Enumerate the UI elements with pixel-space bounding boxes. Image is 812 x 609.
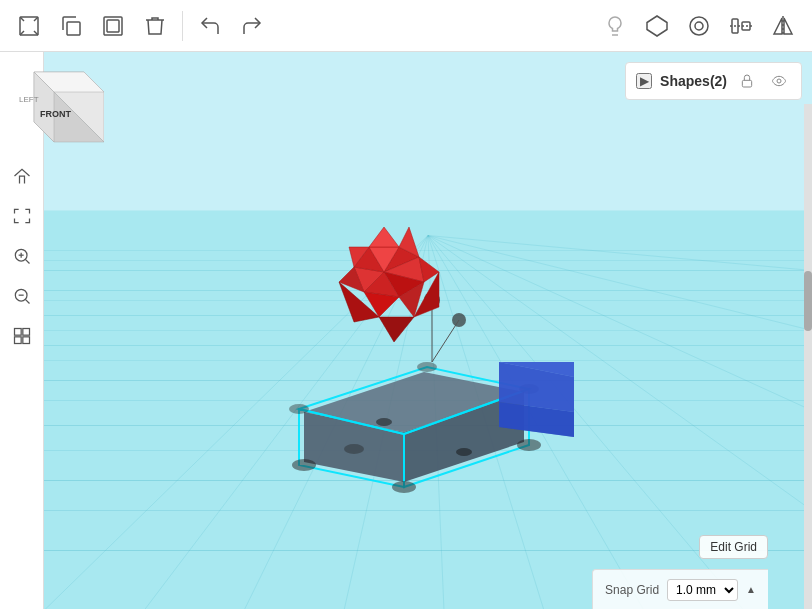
- svg-rect-27: [22, 337, 29, 344]
- svg-marker-14: [774, 18, 782, 34]
- svg-point-9: [690, 17, 708, 35]
- svg-marker-8: [647, 16, 667, 36]
- svg-point-10: [695, 22, 703, 30]
- left-sidebar: [0, 52, 44, 609]
- delete-button[interactable]: [136, 7, 174, 45]
- edit-grid-button[interactable]: Edit Grid: [699, 535, 768, 559]
- arrow-right-icon: ▶: [640, 74, 649, 88]
- new-shape-button[interactable]: [10, 7, 48, 45]
- svg-point-108: [777, 79, 781, 83]
- svg-rect-26: [14, 337, 21, 344]
- home-view-button[interactable]: [6, 160, 38, 192]
- divider-1: [182, 11, 183, 41]
- svg-rect-5: [67, 22, 80, 35]
- shapes-panel-toggle[interactable]: ▶: [636, 73, 652, 89]
- undo-button[interactable]: [191, 7, 229, 45]
- svg-point-99: [344, 444, 364, 454]
- fit-all-button[interactable]: [6, 200, 38, 232]
- svg-point-95: [517, 439, 541, 451]
- shapes-panel: ▶ Shapes(2): [625, 62, 802, 100]
- snap-grid-select[interactable]: 1.0 mm: [667, 579, 738, 601]
- redo-button[interactable]: [233, 7, 271, 45]
- svg-point-106: [456, 448, 472, 456]
- svg-rect-107: [742, 80, 751, 87]
- svg-line-69: [432, 320, 459, 362]
- svg-rect-7: [107, 20, 119, 32]
- chevron-up-icon: ▲: [746, 584, 756, 595]
- svg-marker-91: [379, 317, 414, 342]
- snap-grid-label: Snap Grid: [605, 583, 659, 597]
- align-button[interactable]: [722, 7, 760, 45]
- view-options-button[interactable]: [6, 320, 38, 352]
- mirror-button[interactable]: [764, 7, 802, 45]
- bottom-bar: Snap Grid 1.0 mm ▲: [592, 569, 768, 609]
- svg-point-94: [392, 481, 416, 493]
- svg-point-96: [417, 362, 437, 372]
- adjust-button[interactable]: [680, 7, 718, 45]
- select-shape-button[interactable]: [638, 7, 676, 45]
- svg-line-20: [25, 259, 29, 263]
- svg-point-93: [292, 459, 316, 471]
- grid-background: [44, 52, 812, 609]
- zoom-out-button[interactable]: [6, 280, 38, 312]
- shapes-panel-title: Shapes(2): [660, 73, 727, 89]
- top-toolbar: [0, 0, 812, 52]
- copy-button[interactable]: [94, 7, 132, 45]
- visibility-button[interactable]: [767, 69, 791, 93]
- light-button[interactable]: [596, 7, 634, 45]
- scene-objects: [44, 52, 812, 609]
- svg-line-23: [25, 299, 29, 303]
- right-scrollbar[interactable]: [804, 104, 812, 609]
- viewport[interactable]: ▶ Shapes(2) Edit Grid Snap Grid 1.0 mm ▲: [44, 52, 812, 609]
- svg-marker-15: [784, 18, 792, 34]
- lock-button[interactable]: [735, 69, 759, 93]
- duplicate-button[interactable]: [52, 7, 90, 45]
- svg-marker-89: [369, 227, 399, 247]
- svg-marker-104: [499, 362, 574, 437]
- svg-rect-25: [22, 329, 29, 336]
- zoom-in-button[interactable]: [6, 240, 38, 272]
- svg-point-98: [289, 404, 309, 414]
- toolbar-right: [596, 7, 802, 45]
- scrollbar-thumb[interactable]: [804, 271, 812, 331]
- svg-rect-24: [14, 329, 21, 336]
- svg-point-105: [376, 418, 392, 426]
